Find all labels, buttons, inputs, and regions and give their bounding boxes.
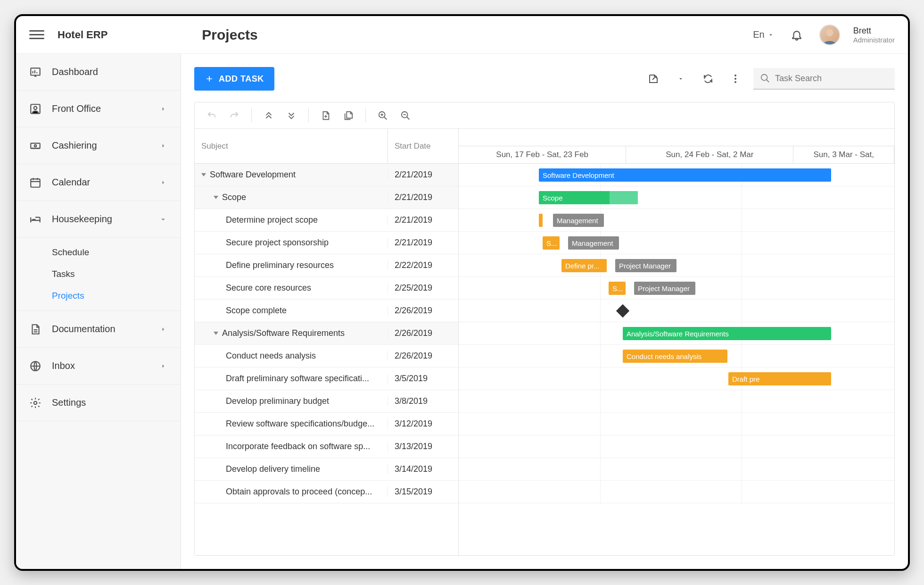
task-subject: Develop delivery timeline	[226, 464, 320, 474]
gantt-bar[interactable]: Define pr...	[561, 259, 607, 272]
redo-icon	[229, 110, 239, 121]
gantt-chart[interactable]: Sun, 17 Feb - Sat, 23 FebSun, 24 Feb - S…	[459, 129, 894, 555]
chevron-right-icon	[159, 142, 167, 150]
search-box[interactable]	[753, 68, 895, 90]
task-row[interactable]: Review software specifications/budge...3…	[195, 413, 458, 435]
task-row[interactable]: Scope complete2/26/2019	[195, 300, 458, 322]
sidebar-subitem-schedule[interactable]: Schedule	[52, 242, 181, 263]
export-dropdown[interactable]	[671, 69, 690, 88]
sidebar-item-settings[interactable]: Settings	[16, 384, 181, 421]
column-start-date[interactable]: Start Date	[388, 129, 458, 163]
add-row-button[interactable]	[315, 105, 336, 126]
file-plus-icon	[321, 110, 331, 121]
gantt-bar[interactable]: S...	[543, 236, 560, 250]
task-row[interactable]: Software Development2/21/2019	[195, 164, 458, 186]
sidebar-item-front-office[interactable]: Front Office	[16, 91, 181, 127]
chevron-right-icon	[159, 362, 167, 370]
sidebar-item-inbox[interactable]: Inbox	[16, 348, 181, 384]
task-subject: Determine project scope	[226, 215, 318, 225]
add-task-button[interactable]: ADD TASK	[194, 67, 274, 91]
sidebar-item-housekeeping[interactable]: Housekeeping	[16, 201, 181, 238]
sidebar: DashboardFront OfficeCashieringCalendarH…	[16, 54, 181, 569]
chevron-down-icon	[159, 215, 167, 224]
task-row[interactable]: Develop preliminary budget3/8/2019	[195, 390, 458, 413]
zoom-out-icon	[400, 110, 411, 121]
task-date: 3/13/2019	[388, 442, 458, 451]
sidebar-item-label: Inbox	[52, 360, 148, 371]
calendar-icon	[29, 176, 41, 189]
gantt-bar[interactable]: Draft pre	[728, 372, 831, 385]
gantt-row	[459, 435, 894, 458]
column-headers: Subject Start Date	[195, 129, 458, 164]
gantt-bar[interactable]: Software Development	[539, 168, 831, 182]
gantt-bar[interactable]: Conduct needs analysis	[623, 350, 727, 363]
gantt-milestone[interactable]	[616, 304, 629, 318]
bell-icon	[791, 29, 803, 41]
assignee-tag: Management	[568, 236, 619, 250]
column-subject[interactable]: Subject	[195, 129, 388, 163]
undo-button[interactable]	[201, 105, 222, 126]
sidebar-submenu-housekeeping: ScheduleTasksProjects	[16, 238, 181, 311]
assignee-tag: Management	[553, 214, 604, 227]
hamburger-menu-button[interactable]	[29, 27, 44, 42]
expand-toggle-icon[interactable]	[214, 332, 218, 335]
export-button[interactable]	[644, 69, 663, 88]
task-row[interactable]: Incorporate feedback on software sp...3/…	[195, 435, 458, 458]
expand-toggle-icon[interactable]	[214, 196, 218, 199]
search-input[interactable]	[775, 74, 888, 84]
svg-point-3	[34, 106, 37, 109]
sidebar-item-documentation[interactable]: Documentation	[16, 311, 181, 348]
task-subject: Define preliminary resources	[226, 260, 334, 270]
topbar: Hotel ERP Projects En Brett Administrato…	[16, 16, 908, 54]
week-header: Sun, 24 Feb - Sat, 2 Mar	[626, 146, 793, 163]
task-row[interactable]: Secure core resources2/25/2019	[195, 277, 458, 300]
sidebar-subitem-tasks[interactable]: Tasks	[52, 263, 181, 285]
sidebar-item-dashboard[interactable]: Dashboard	[16, 54, 181, 91]
notifications-button[interactable]	[787, 25, 806, 44]
gantt-task-list: Subject Start Date Software Development2…	[195, 129, 459, 555]
gantt-bar[interactable]: Scope	[539, 191, 638, 204]
task-row[interactable]: Secure project sponsorship2/21/2019	[195, 232, 458, 254]
sidebar-item-cashiering[interactable]: Cashiering	[16, 127, 181, 164]
gantt-bar[interactable]: S...	[609, 282, 626, 295]
task-subject: Develop preliminary budget	[226, 396, 329, 406]
zoom-out-button[interactable]	[395, 105, 416, 126]
sidebar-item-label: Dashboard	[52, 67, 167, 77]
week-header: Sun, 17 Feb - Sat, 23 Feb	[459, 146, 626, 163]
expand-toggle-icon[interactable]	[201, 173, 206, 176]
sidebar-item-calendar[interactable]: Calendar	[16, 164, 181, 201]
task-date: 3/5/2019	[388, 374, 458, 384]
task-row[interactable]: Define preliminary resources2/22/2019	[195, 254, 458, 277]
collapse-all-button[interactable]	[258, 105, 279, 126]
zoom-in-button[interactable]	[372, 105, 393, 126]
language-selector[interactable]: En	[753, 29, 774, 40]
task-row[interactable]: Scope2/21/2019	[195, 186, 458, 209]
file-icon	[29, 323, 41, 335]
task-subject: Secure project sponsorship	[226, 238, 329, 248]
undo-icon	[206, 110, 217, 121]
task-row[interactable]: Analysis/Software Requirements2/26/2019	[195, 322, 458, 345]
brand-title: Hotel ERP	[58, 29, 107, 41]
sidebar-item-label: Housekeeping	[52, 214, 148, 225]
task-row[interactable]: Conduct needs analysis2/26/2019	[195, 345, 458, 368]
gantt-bar[interactable]: Analysis/Software Requirements	[623, 327, 831, 340]
gantt-marker[interactable]	[539, 214, 543, 227]
gantt-row: S...Management	[459, 232, 894, 254]
user-avatar[interactable]	[819, 25, 840, 45]
gantt-container: Subject Start Date Software Development2…	[194, 102, 895, 556]
expand-all-button[interactable]	[281, 105, 302, 126]
task-row[interactable]: Draft preliminary software specificati..…	[195, 368, 458, 390]
duplicate-row-button[interactable]	[338, 105, 359, 126]
more-button[interactable]	[726, 69, 745, 88]
add-task-label: ADD TASK	[219, 74, 264, 84]
redo-button[interactable]	[224, 105, 245, 126]
gantt-row: Software Development	[459, 164, 894, 186]
sidebar-subitem-projects[interactable]: Projects	[52, 285, 181, 307]
gantt-row: Management	[459, 209, 894, 232]
task-row[interactable]: Determine project scope2/21/2019	[195, 209, 458, 232]
task-row[interactable]: Obtain approvals to proceed (concep...3/…	[195, 481, 458, 503]
task-date: 2/26/2019	[388, 351, 458, 361]
task-subject: Scope complete	[226, 306, 287, 316]
task-row[interactable]: Develop delivery timeline3/14/2019	[195, 458, 458, 481]
refresh-button[interactable]	[699, 69, 718, 88]
